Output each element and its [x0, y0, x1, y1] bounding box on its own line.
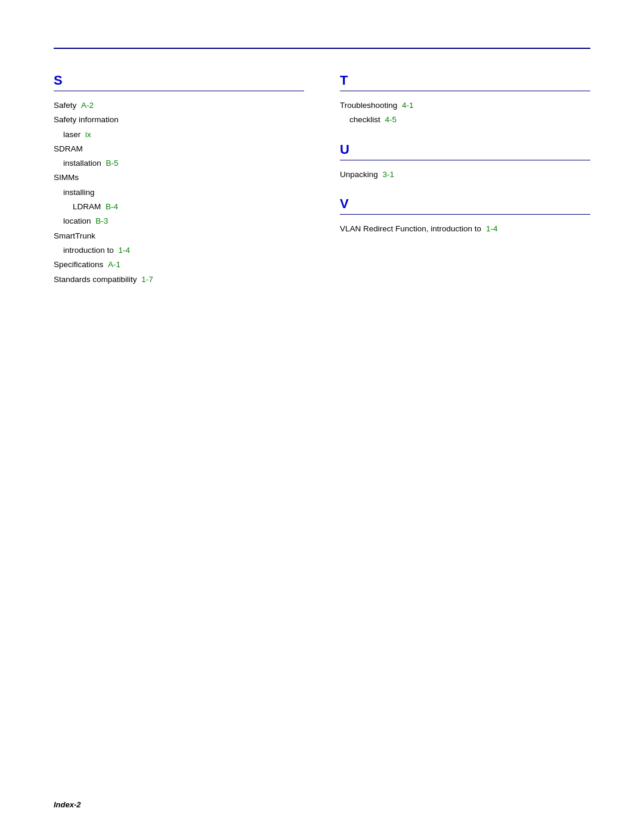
list-item: Safety A-2	[54, 98, 304, 113]
list-item: VLAN Redirect Function, introduction to …	[340, 222, 590, 236]
entry-label: SmartTrunk	[54, 229, 95, 243]
right-index-entries-v: VLAN Redirect Function, introduction to …	[340, 222, 590, 236]
entry-label: Safety	[54, 98, 79, 113]
page-ref: 3-1	[383, 168, 395, 182]
section-letter-u: U	[340, 142, 349, 157]
list-item: Safety information	[54, 113, 304, 127]
entry-label: SIMMs	[54, 171, 79, 185]
list-item: Standards compatibility 1-7	[54, 272, 304, 287]
list-item: laser ix	[54, 128, 304, 142]
columns: S Safety A-2 Safety information laser ix…	[54, 73, 590, 287]
page-ref: B-4	[106, 200, 118, 214]
page-ref: 4-5	[385, 113, 397, 127]
section-letter-s: S	[54, 73, 63, 88]
list-item: SmartTrunk	[54, 229, 304, 243]
left-index-entries: Safety A-2 Safety information laser ix S…	[54, 98, 304, 287]
list-item: Unpacking 3-1	[340, 168, 590, 182]
list-item: introduction to 1-4	[54, 243, 304, 258]
entry-label: laser	[63, 128, 83, 142]
list-item: LDRAM B-4	[54, 200, 304, 214]
top-rule	[54, 48, 590, 49]
entry-label: location	[63, 214, 93, 228]
list-item: SDRAM	[54, 142, 304, 156]
section-letter-t: T	[340, 73, 348, 88]
entry-label: installing	[63, 185, 95, 200]
list-item: checklist 4-5	[340, 113, 590, 127]
right-column: T Troubleshooting 4-1 checklist 4-5 U Un…	[340, 73, 590, 287]
page-ref: B-5	[106, 156, 119, 171]
entry-label: introduction to	[63, 243, 116, 258]
list-item: Troubleshooting 4-1	[340, 98, 590, 113]
entry-label: SDRAM	[54, 142, 83, 156]
footer-text: Index-2	[54, 800, 81, 809]
entry-label: LDRAM	[73, 200, 103, 214]
footer: Index-2	[54, 800, 81, 809]
right-index-entries-t: Troubleshooting 4-1 checklist 4-5	[340, 98, 590, 128]
page-ref: 1-7	[141, 272, 153, 287]
list-item: installing	[54, 185, 304, 200]
list-item: SIMMs	[54, 171, 304, 185]
page-ref: 4-1	[402, 98, 414, 113]
page-ref: A-2	[81, 98, 94, 113]
section-header-v: V	[340, 196, 590, 215]
section-letter-v: V	[340, 196, 349, 211]
section-header-s: S	[54, 73, 304, 91]
page-ref: B-3	[95, 214, 108, 228]
entry-label: Safety information	[54, 113, 119, 127]
page-ref: 1-4	[119, 243, 131, 258]
entry-label: installation	[63, 156, 104, 171]
entry-label: Unpacking	[340, 168, 380, 182]
page-ref: A-1	[108, 258, 120, 272]
page-ref: 1-4	[486, 222, 498, 236]
list-item: location B-3	[54, 214, 304, 228]
left-column: S Safety A-2 Safety information laser ix…	[54, 73, 304, 287]
entry-label: Standards compatibility	[54, 272, 139, 287]
right-index-entries-u: Unpacking 3-1	[340, 168, 590, 182]
entry-label: Troubleshooting	[340, 98, 400, 113]
entry-label: Specifications	[54, 258, 106, 272]
entry-label: checklist	[349, 113, 383, 127]
entry-label: VLAN Redirect Function, introduction to	[340, 222, 484, 236]
page-ref: ix	[85, 128, 91, 142]
section-header-u: U	[340, 142, 590, 160]
page-container: S Safety A-2 Safety information laser ix…	[0, 0, 644, 833]
list-item: Specifications A-1	[54, 258, 304, 272]
list-item: installation B-5	[54, 156, 304, 171]
section-header-t: T	[340, 73, 590, 91]
